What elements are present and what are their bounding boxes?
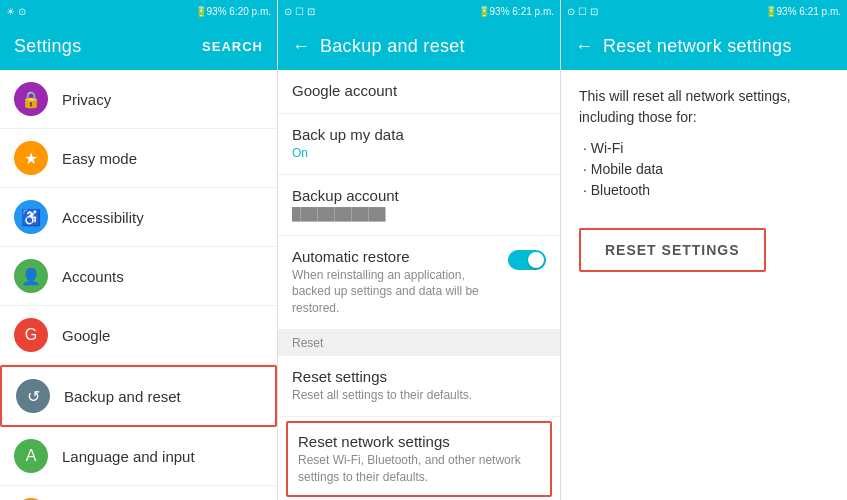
reset-network-title: Reset network settings <box>298 433 540 450</box>
mid-item-auto-restore[interactable]: Automatic restoreWhen reinstalling an ap… <box>278 236 560 330</box>
mid-item-reset-network[interactable]: Reset network settingsReset Wi-Fi, Bluet… <box>286 421 552 498</box>
reset-network-sub: Reset Wi-Fi, Bluetooth, and other networ… <box>298 452 540 486</box>
mid-title: Backup and reset <box>320 36 546 57</box>
auto-restore-toggle[interactable] <box>508 250 546 270</box>
status-mid-icons: ⊙ ☐ ⊡ <box>284 6 315 17</box>
status-right-info: 🔋93% 6:20 p.m. <box>195 6 271 17</box>
privacy-icon: 🔒 <box>14 82 48 116</box>
accounts-icon: 👤 <box>14 259 48 293</box>
reset-settings-button[interactable]: RESET SETTINGS <box>581 230 764 270</box>
network-item-2: · Bluetooth <box>579 182 829 198</box>
settings-item-language[interactable]: ALanguage and input <box>0 427 277 486</box>
right-title: Reset network settings <box>603 36 833 57</box>
settings-item-google[interactable]: GGoogle <box>0 306 277 365</box>
settings-item-easymode[interactable]: ★Easy mode <box>0 129 277 188</box>
status-left-icons: ☀ ⊙ <box>6 6 26 17</box>
network-item-1: · Mobile data <box>579 161 829 177</box>
language-icon: A <box>14 439 48 473</box>
mid-item-back-up-data[interactable]: Back up my dataOn <box>278 114 560 175</box>
google-account-title: Google account <box>292 82 546 99</box>
accessibility-icon: ♿ <box>14 200 48 234</box>
google-icon: G <box>14 318 48 352</box>
auto-restore-title: Automatic restore <box>292 248 500 265</box>
settings-item-accessibility[interactable]: ♿Accessibility <box>0 188 277 247</box>
status-bar-mid: ⊙ ☐ ⊡ 🔋93% 6:21 p.m. <box>278 0 560 22</box>
mid-item-backup-account[interactable]: Backup account███████████ <box>278 175 560 236</box>
left-title: Settings <box>14 36 81 57</box>
right-content: This will reset all network settings, in… <box>561 70 847 500</box>
language-label: Language and input <box>62 448 195 465</box>
settings-item-backup[interactable]: ↺Backup and reset <box>0 365 277 427</box>
backup-account-sub: ███████████ <box>292 206 546 223</box>
back-up-data-title: Back up my data <box>292 126 546 143</box>
status-bar-left: ☀ ⊙ 🔋93% 6:20 p.m. <box>0 0 277 22</box>
network-list: · Wi-Fi· Mobile data· Bluetooth <box>579 140 829 198</box>
backup-label: Backup and reset <box>64 388 181 405</box>
auto-restore-sub: When reinstalling an application, backed… <box>292 267 500 317</box>
settings-item-accounts[interactable]: 👤Accounts <box>0 247 277 306</box>
easymode-label: Easy mode <box>62 150 137 167</box>
status-right-right: 🔋93% 6:21 p.m. <box>765 6 841 17</box>
right-header: ← Reset network settings <box>561 22 847 70</box>
section-reset-divider: Reset <box>278 330 560 356</box>
mid-item-reset-settings[interactable]: Reset settingsReset all settings to thei… <box>278 356 560 417</box>
accessibility-label: Accessibility <box>62 209 144 226</box>
network-item-0: · Wi-Fi <box>579 140 829 156</box>
status-bar-right: ⊙ ☐ ⊡ 🔋93% 6:21 p.m. <box>561 0 847 22</box>
reset-btn-container: RESET SETTINGS <box>579 228 766 272</box>
privacy-label: Privacy <box>62 91 111 108</box>
settings-list: 🔒Privacy★Easy mode♿Accessibility👤Account… <box>0 70 277 500</box>
settings-item-battery[interactable]: ⚡Battery <box>0 486 277 500</box>
left-header: Settings SEARCH <box>0 22 277 70</box>
accounts-label: Accounts <box>62 268 124 285</box>
easymode-icon: ★ <box>14 141 48 175</box>
status-right-icons: ⊙ ☐ ⊡ <box>567 6 598 17</box>
backup-icon: ↺ <box>16 379 50 413</box>
reset-settings-sub: Reset all settings to their defaults. <box>292 387 546 404</box>
google-label: Google <box>62 327 110 344</box>
left-panel: ☀ ⊙ 🔋93% 6:20 p.m. Settings SEARCH 🔒Priv… <box>0 0 278 500</box>
status-mid-right: 🔋93% 6:21 p.m. <box>478 6 554 17</box>
mid-header: ← Backup and reset <box>278 22 560 70</box>
mid-panel: ⊙ ☐ ⊡ 🔋93% 6:21 p.m. ← Backup and reset … <box>278 0 561 500</box>
search-button[interactable]: SEARCH <box>202 39 263 54</box>
back-up-data-sub: On <box>292 145 546 162</box>
settings-item-privacy[interactable]: 🔒Privacy <box>0 70 277 129</box>
mid-item-google-account[interactable]: Google account <box>278 70 560 114</box>
right-panel: ⊙ ☐ ⊡ 🔋93% 6:21 p.m. ← Reset network set… <box>561 0 847 500</box>
reset-settings-title: Reset settings <box>292 368 546 385</box>
mid-list: Google accountBack up my dataOnBackup ac… <box>278 70 560 500</box>
right-back-icon[interactable]: ← <box>575 36 593 57</box>
right-description: This will reset all network settings, in… <box>579 86 829 128</box>
backup-account-title: Backup account <box>292 187 546 204</box>
mid-back-icon[interactable]: ← <box>292 36 310 57</box>
